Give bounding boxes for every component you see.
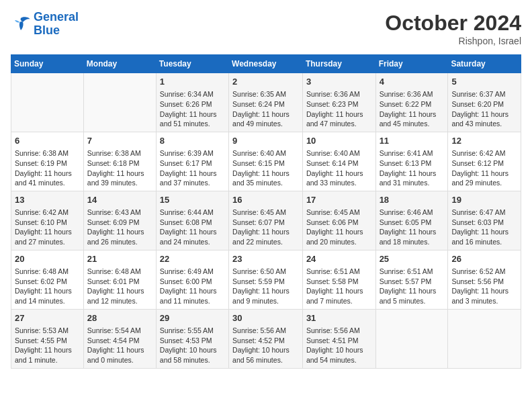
- day-info: Sunset: 6:13 PM: [380, 158, 445, 169]
- calendar-day-cell: 19Sunrise: 6:47 AMSunset: 6:03 PMDayligh…: [448, 191, 521, 250]
- calendar-table: SundayMondayTuesdayWednesdayThursdayFrid…: [11, 54, 521, 369]
- day-number: 16: [232, 194, 299, 206]
- day-number: 6: [15, 135, 80, 147]
- day-info: Daylight: 11 hours and 41 minutes.: [15, 169, 80, 188]
- day-info: Daylight: 10 hours and 56 minutes.: [232, 345, 299, 365]
- day-info: Daylight: 11 hours and 31 minutes.: [380, 169, 445, 188]
- weekday-header: Friday: [375, 55, 448, 73]
- day-info: Sunrise: 6:36 AM: [380, 89, 445, 99]
- day-info: Sunset: 6:12 PM: [451, 158, 517, 169]
- day-info: Daylight: 11 hours and 45 minutes.: [380, 109, 445, 129]
- calendar-day-cell: [83, 73, 156, 132]
- calendar-day-cell: 23Sunrise: 6:50 AMSunset: 5:59 PMDayligh…: [229, 250, 303, 309]
- calendar-day-cell: 25Sunrise: 6:51 AMSunset: 5:57 PMDayligh…: [375, 250, 448, 309]
- day-number: 7: [87, 135, 152, 147]
- day-info: Sunset: 6:09 PM: [87, 218, 152, 228]
- day-info: Sunset: 6:18 PM: [87, 158, 152, 169]
- day-info: Sunrise: 6:51 AM: [306, 267, 372, 277]
- day-number: 8: [160, 135, 225, 147]
- day-info: Sunset: 6:10 PM: [15, 218, 80, 228]
- day-number: 1: [160, 76, 225, 88]
- day-info: Sunset: 6:02 PM: [15, 277, 80, 287]
- weekday-header: Saturday: [448, 55, 521, 73]
- day-info: Sunset: 6:00 PM: [160, 277, 225, 287]
- day-info: Sunrise: 6:35 AM: [232, 89, 299, 99]
- day-info: Sunset: 6:22 PM: [380, 99, 445, 109]
- day-info: Daylight: 11 hours and 39 minutes.: [87, 169, 152, 188]
- day-number: 12: [451, 135, 517, 147]
- day-info: Sunset: 6:08 PM: [160, 218, 225, 228]
- day-info: Sunrise: 6:45 AM: [232, 208, 299, 218]
- weekday-header-row: SundayMondayTuesdayWednesdayThursdayFrid…: [11, 55, 521, 73]
- day-info: Sunrise: 6:45 AM: [306, 208, 372, 218]
- day-info: Daylight: 11 hours and 51 minutes.: [160, 109, 225, 129]
- day-info: Sunrise: 5:54 AM: [87, 326, 152, 336]
- day-info: Sunrise: 6:43 AM: [87, 208, 152, 218]
- day-info: Sunset: 6:15 PM: [232, 158, 299, 169]
- calendar-day-cell: 12Sunrise: 6:42 AMSunset: 6:12 PMDayligh…: [448, 132, 521, 191]
- day-info: Daylight: 11 hours and 0 minutes.: [87, 345, 152, 365]
- weekday-header: Sunday: [11, 55, 84, 73]
- calendar-day-cell: [11, 73, 84, 132]
- calendar-day-cell: 9Sunrise: 6:40 AMSunset: 6:15 PMDaylight…: [229, 132, 303, 191]
- day-number: 18: [380, 194, 445, 206]
- day-info: Daylight: 10 hours and 54 minutes.: [306, 345, 372, 365]
- day-info: Sunrise: 6:48 AM: [15, 267, 80, 277]
- day-info: Sunset: 5:58 PM: [306, 277, 372, 287]
- day-number: 21: [87, 253, 152, 265]
- day-info: Daylight: 10 hours and 58 minutes.: [160, 345, 225, 365]
- day-number: 30: [232, 312, 299, 324]
- day-number: 23: [232, 253, 299, 265]
- day-number: 17: [306, 194, 372, 206]
- logo-bird-icon: [11, 14, 31, 34]
- day-info: Sunset: 6:17 PM: [160, 158, 225, 169]
- calendar-day-cell: 6Sunrise: 6:38 AMSunset: 6:19 PMDaylight…: [11, 132, 84, 191]
- day-number: 2: [232, 76, 299, 88]
- calendar-day-cell: 29Sunrise: 5:55 AMSunset: 4:53 PMDayligh…: [156, 309, 228, 368]
- calendar-day-cell: 26Sunrise: 6:52 AMSunset: 5:56 PMDayligh…: [448, 250, 521, 309]
- day-number: 14: [87, 194, 152, 206]
- day-info: Daylight: 11 hours and 18 minutes.: [380, 227, 445, 246]
- calendar-day-cell: 8Sunrise: 6:39 AMSunset: 6:17 PMDaylight…: [156, 132, 228, 191]
- day-info: Sunrise: 6:39 AM: [160, 148, 225, 158]
- day-info: Sunset: 6:19 PM: [15, 158, 80, 169]
- day-info: Sunrise: 5:55 AM: [160, 326, 225, 336]
- day-number: 29: [160, 312, 225, 324]
- day-number: 22: [160, 253, 225, 265]
- day-info: Sunset: 6:20 PM: [451, 99, 517, 109]
- day-info: Sunrise: 6:40 AM: [232, 148, 299, 158]
- day-number: 4: [380, 76, 445, 88]
- day-info: Sunset: 6:26 PM: [160, 99, 225, 109]
- calendar-day-cell: 31Sunrise: 5:56 AMSunset: 4:51 PMDayligh…: [302, 309, 375, 368]
- calendar-day-cell: 10Sunrise: 6:40 AMSunset: 6:14 PMDayligh…: [302, 132, 375, 191]
- day-number: 20: [15, 253, 80, 265]
- location-subtitle: Rishpon, Israel: [385, 36, 521, 46]
- day-info: Daylight: 11 hours and 33 minutes.: [306, 169, 372, 188]
- day-number: 13: [15, 194, 80, 206]
- day-info: Sunrise: 6:47 AM: [451, 208, 517, 218]
- day-info: Daylight: 11 hours and 27 minutes.: [15, 227, 80, 246]
- calendar-week-row: 1Sunrise: 6:34 AMSunset: 6:26 PMDaylight…: [11, 73, 521, 132]
- calendar-day-cell: 28Sunrise: 5:54 AMSunset: 4:54 PMDayligh…: [83, 309, 156, 368]
- day-info: Sunrise: 6:52 AM: [451, 267, 517, 277]
- day-info: Daylight: 11 hours and 35 minutes.: [232, 169, 299, 188]
- day-info: Sunset: 6:24 PM: [232, 99, 299, 109]
- day-number: 9: [232, 135, 299, 147]
- day-number: 10: [306, 135, 372, 147]
- day-info: Sunset: 5:56 PM: [451, 277, 517, 287]
- calendar-week-row: 13Sunrise: 6:42 AMSunset: 6:10 PMDayligh…: [11, 191, 521, 250]
- day-info: Daylight: 11 hours and 22 minutes.: [232, 227, 299, 246]
- day-info: Daylight: 11 hours and 47 minutes.: [306, 109, 372, 129]
- calendar-day-cell: [375, 309, 448, 368]
- day-number: 26: [451, 253, 517, 265]
- day-info: Sunset: 6:06 PM: [306, 218, 372, 228]
- calendar-day-cell: 22Sunrise: 6:49 AMSunset: 6:00 PMDayligh…: [156, 250, 228, 309]
- day-info: Daylight: 11 hours and 24 minutes.: [160, 227, 225, 246]
- day-info: Sunset: 6:23 PM: [306, 99, 372, 109]
- day-info: Sunrise: 6:46 AM: [380, 208, 445, 218]
- calendar-day-cell: 17Sunrise: 6:45 AMSunset: 6:06 PMDayligh…: [302, 191, 375, 250]
- calendar-day-cell: 7Sunrise: 6:38 AMSunset: 6:18 PMDaylight…: [83, 132, 156, 191]
- day-number: 15: [160, 194, 225, 206]
- day-info: Sunrise: 6:34 AM: [160, 89, 225, 99]
- day-info: Daylight: 11 hours and 9 minutes.: [232, 286, 299, 306]
